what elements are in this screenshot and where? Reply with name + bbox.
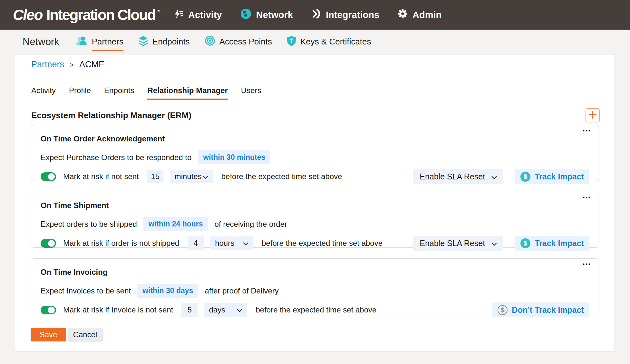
risk-controls-row: Mark at risk if order is not shipped hou…: [41, 236, 589, 251]
dollar-circle-icon: $: [520, 172, 530, 182]
chevron-down-icon: [491, 239, 497, 248]
expectation-value-chip[interactable]: within 30 minutes: [198, 150, 270, 164]
expectation-prefix: Expect Purchase Orders to be responded t…: [41, 153, 191, 162]
expectation-sentence: Expect Purchase Orders to be responded t…: [41, 150, 589, 164]
risk-suffix: before the expected time set above: [262, 239, 383, 248]
toggle-knob: [48, 173, 55, 180]
add-rule-button[interactable]: [586, 108, 600, 122]
subnav-item-partners[interactable]: Partners: [76, 36, 123, 48]
admin-gear-icon: [397, 8, 408, 21]
expectation-prefix: Expect orders to be shipped: [41, 220, 137, 229]
impact-label: Track Impact: [535, 239, 584, 248]
risk-toggle[interactable]: [41, 172, 56, 181]
cleo-logo: Cleo Integration Cloud ™: [13, 6, 160, 24]
nav-item-integrations[interactable]: Integrations: [311, 8, 379, 22]
select-value: hours: [215, 239, 234, 248]
expectation-suffix: of receiving the order: [215, 220, 287, 229]
nav-item-network[interactable]: Network: [240, 8, 293, 22]
risk-label: Mark at risk if order is not shipped: [63, 239, 179, 248]
partners-icon: [76, 36, 88, 48]
breadcrumb-separator: >: [70, 61, 74, 69]
risk-value-input[interactable]: [147, 170, 163, 183]
tab-activity[interactable]: Activity: [31, 86, 56, 100]
card-menu-button[interactable]: [583, 130, 590, 132]
risk-value-input[interactable]: [181, 303, 198, 317]
card-right-controls: $ Don’t Track Impact: [492, 302, 589, 317]
impact-label: Track Impact: [535, 172, 584, 181]
tab-profile[interactable]: Profile: [69, 86, 91, 100]
endpoints-layers-icon: [138, 35, 148, 49]
expectation-value-chip[interactable]: within 30 days: [137, 284, 198, 298]
risk-unit-select[interactable]: minutes: [170, 170, 213, 183]
select-value: days: [209, 305, 225, 314]
erm-card-shipment: On Time Shipment Expect orders to be shi…: [31, 192, 599, 248]
breadcrumb-partners-link[interactable]: Partners: [31, 60, 64, 70]
card-menu-button[interactable]: [583, 196, 590, 198]
toggle-knob: [48, 307, 55, 313]
track-impact-button[interactable]: $ Track Impact: [515, 236, 589, 251]
subnav-item-access-points[interactable]: Access Points: [205, 35, 272, 48]
sla-label: Enable SLA Reset: [420, 172, 485, 181]
partner-tabs: Activity Profile Enpoints Relationship M…: [15, 86, 615, 100]
tab-users[interactable]: Users: [241, 86, 261, 100]
risk-value-input[interactable]: [188, 236, 204, 250]
access-points-icon: [205, 35, 215, 48]
select-value: minutes: [175, 172, 202, 181]
subnav-item-endpoints[interactable]: Endpoints: [138, 35, 190, 49]
tab-relationship-manager[interactable]: Relationship Manager: [147, 86, 228, 100]
subnav-label: Keys & Certificates: [300, 37, 371, 47]
expectation-value-chip[interactable]: within 24 hours: [143, 217, 208, 231]
dollar-circle-icon: $: [520, 238, 530, 248]
top-bar: Cleo Integration Cloud ™ Activity Networ…: [0, 0, 630, 30]
risk-toggle[interactable]: [41, 239, 56, 248]
expectation-sentence: Expect Invoices to be sent within 30 day…: [41, 284, 589, 298]
integrations-icon: [311, 8, 321, 22]
risk-suffix: before the expected time set above: [256, 305, 376, 314]
erm-card-order-acknowledgement: On Time Order Acknowledgement Expect Pur…: [31, 125, 599, 181]
risk-suffix: before the expected time set above: [221, 172, 342, 181]
nav-label: Activity: [188, 10, 222, 20]
risk-unit-select[interactable]: days: [204, 303, 247, 317]
shield-key-icon: [287, 35, 296, 49]
enable-sla-reset-button[interactable]: Enable SLA Reset: [413, 236, 503, 251]
cancel-button[interactable]: Cancel: [68, 328, 102, 341]
card-menu-button[interactable]: [583, 263, 590, 265]
more-menu-icon: [583, 127, 590, 133]
tab-enpoints[interactable]: Enpoints: [104, 86, 134, 100]
logo-trademark: ™: [156, 9, 160, 14]
dollar-circle-outline-icon: $: [498, 305, 508, 315]
erm-heading: Ecosystem Relationship Manager (ERM): [31, 110, 191, 120]
nav-label: Network: [256, 10, 293, 20]
subnav-label: Partners: [92, 37, 123, 47]
network-subnav: Network Partners Endpoints Access Points…: [0, 30, 630, 54]
risk-label: Mark at risk if not sent: [63, 172, 139, 181]
subnav-title: Network: [23, 36, 59, 48]
form-actions: Save Cancel: [15, 328, 615, 341]
partner-detail-panel: Partners > ACME Activity Profile Enpoint…: [15, 54, 615, 351]
chevron-down-icon: [203, 172, 208, 181]
track-impact-button[interactable]: $ Track Impact: [515, 169, 589, 184]
subnav-label: Endpoints: [152, 37, 190, 47]
dont-track-impact-button[interactable]: $ Don’t Track Impact: [492, 302, 589, 317]
card-title: On Time Invoicing: [41, 268, 589, 277]
chevron-down-icon: [237, 305, 242, 314]
plus-icon: [588, 110, 597, 120]
subnav-label: Access Points: [219, 37, 272, 47]
logo-brand: Cleo: [13, 6, 43, 24]
save-button[interactable]: Save: [31, 328, 66, 341]
risk-toggle[interactable]: [41, 306, 56, 314]
subnav-item-keys-certificates[interactable]: Keys & Certificates: [287, 35, 371, 49]
nav-item-activity[interactable]: Activity: [173, 8, 222, 22]
nav-label: Admin: [412, 10, 441, 20]
breadcrumb-current: ACME: [79, 60, 104, 70]
network-icon: [240, 8, 252, 22]
risk-controls-row: Mark at risk if Invoice is not sent days…: [41, 302, 589, 317]
activity-icon: [173, 8, 184, 22]
breadcrumb: Partners > ACME: [15, 54, 615, 75]
expectation-sentence: Expect orders to be shipped within 24 ho…: [41, 217, 589, 231]
risk-unit-select[interactable]: hours: [210, 236, 253, 250]
enable-sla-reset-button[interactable]: Enable SLA Reset: [413, 169, 503, 184]
logo-product: Integration Cloud: [46, 6, 155, 24]
nav-item-admin[interactable]: Admin: [397, 8, 441, 21]
erm-rule-cards: On Time Order Acknowledgement Expect Pur…: [15, 125, 615, 314]
